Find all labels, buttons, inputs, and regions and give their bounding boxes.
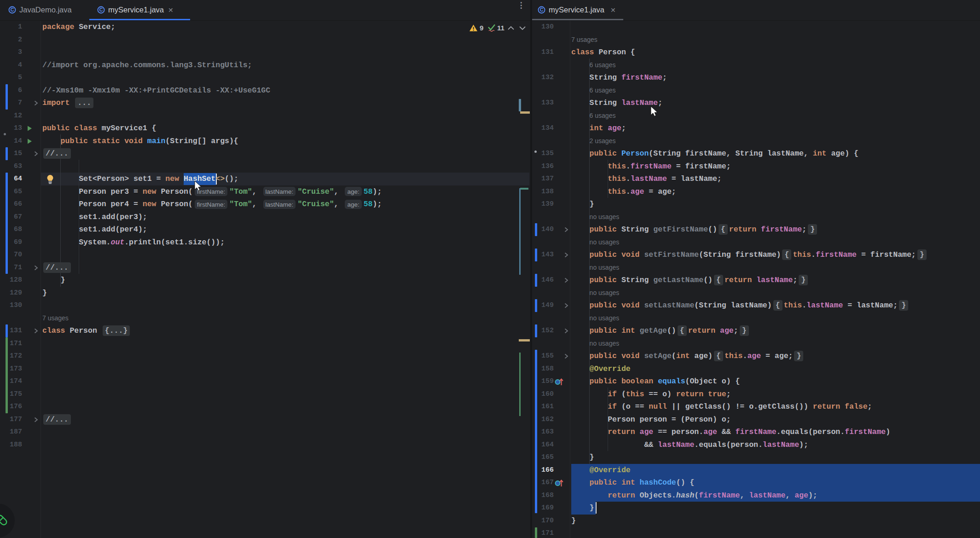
svg-text:C: C xyxy=(540,7,544,12)
svg-text:C: C xyxy=(99,7,103,12)
svg-text:C: C xyxy=(11,7,14,12)
